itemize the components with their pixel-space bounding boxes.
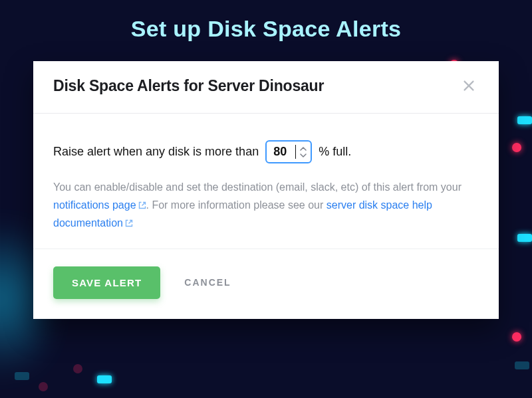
page-title: Set up Disk Space Alerts <box>0 16 532 42</box>
chevron-up-icon <box>300 146 308 151</box>
stepper-down-button[interactable] <box>300 152 308 158</box>
threshold-input[interactable] <box>273 145 296 159</box>
threshold-suffix: % full. <box>319 145 351 159</box>
threshold-setting: Raise alert when any disk is more than <box>53 140 479 163</box>
notifications-page-link[interactable]: notifications page <box>53 199 146 211</box>
help-text-part2: . For more information please see our <box>146 199 327 211</box>
disk-space-alert-modal: Disk Space Alerts for Server Dinosaur Ra… <box>33 61 499 319</box>
notifications-page-link-label: notifications page <box>53 199 136 211</box>
close-button[interactable] <box>459 76 479 96</box>
modal-body: Raise alert when any disk is more than <box>33 114 499 249</box>
modal-header: Disk Space Alerts for Server Dinosaur <box>33 61 499 114</box>
stepper-up-button[interactable] <box>300 146 308 151</box>
close-icon <box>462 85 476 95</box>
modal-title: Disk Space Alerts for Server Dinosaur <box>53 77 324 95</box>
stepper-buttons <box>300 145 308 159</box>
save-alert-button[interactable]: SAVE ALERT <box>53 266 160 299</box>
external-link-icon <box>138 197 146 205</box>
help-text: You can enable/disable and set the desti… <box>53 178 479 233</box>
cancel-button[interactable]: CANCEL <box>184 277 231 288</box>
external-link-icon <box>125 215 133 223</box>
modal-footer: SAVE ALERT CANCEL <box>33 249 499 319</box>
help-text-part1: You can enable/disable and set the desti… <box>53 181 462 193</box>
threshold-prefix: Raise alert when any disk is more than <box>53 145 259 159</box>
threshold-input-wrap <box>265 140 312 163</box>
chevron-down-icon <box>300 153 308 158</box>
